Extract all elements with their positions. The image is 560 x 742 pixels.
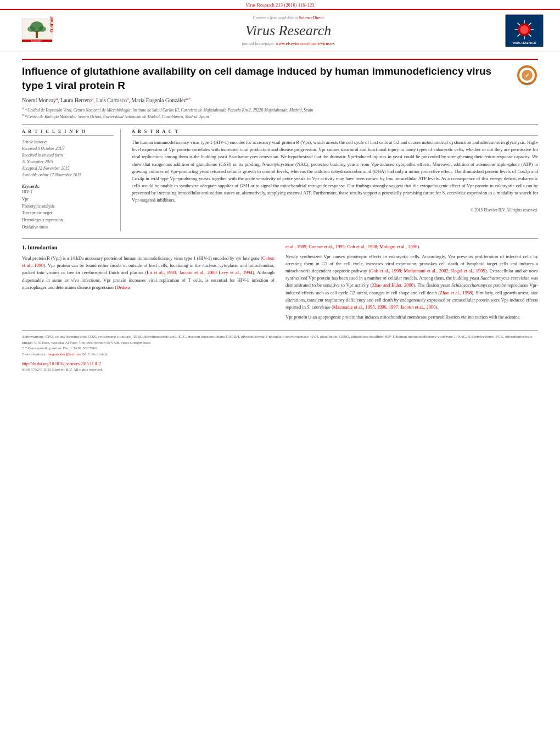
accepted-date: Accepted 12 November 2015 (22, 165, 114, 172)
affiliations: a ᵃ Unidad de Expresión Viral, Centro Na… (22, 106, 538, 120)
intro-col-left: 1. Introduction Viral protein R (Vpr) is… (22, 243, 275, 324)
keyword-item: Phenotypic analysis (22, 203, 114, 210)
body-section: 1. Introduction Viral protein R (Vpr) is… (22, 238, 538, 324)
keyword-item: Therapeutic target (22, 210, 114, 217)
journal-title-banner: Virus Research (77, 23, 500, 39)
abstract-text: The human immunodeficiency virus type 1 … (132, 139, 538, 204)
available-online-date: Available online 17 November 2015 (22, 172, 114, 178)
article-history-block: Article history: Received 8 October 2015… (22, 139, 114, 178)
bottom-links-section: http://dx.doi.org/10.1016/j.virusres.201… (22, 361, 538, 372)
introduction-two-col: 1. Introduction Viral protein R (Vpr) is… (22, 243, 538, 324)
elsevier-logo: ELSEVIER ELSEVIER (19, 16, 69, 46)
affiliation-a: a ᵃ Unidad de Expresión Viral, Centro Na… (22, 106, 538, 113)
received-date: Received 8 October 2015 (22, 146, 114, 152)
intro-para-2: et al., 1989; Connor et al., 1995; Goh e… (285, 243, 538, 250)
svg-text:ELSEVIER: ELSEVIER (31, 39, 42, 42)
journal-homepage-link[interactable]: journal homepage: www.elsevier.com/locat… (77, 41, 500, 46)
intro-col-right: et al., 1989; Connor et al., 1995; Goh e… (285, 243, 538, 324)
main-content: Influence of glutathione availability on… (0, 52, 560, 377)
svg-text:✓: ✓ (525, 72, 529, 79)
abstract-heading: A B S T R A C T (132, 129, 538, 136)
intro-para-3: Newly synthesized Vpr causes pleiotropic… (285, 253, 538, 311)
sciencedirect-label: Contents lists available at ScienceDirec… (77, 15, 500, 20)
footnotes-section: Abbreviations: CFU, colony forming unit;… (22, 330, 538, 357)
svg-text:VIRUS RESEARCH: VIRUS RESEARCH (512, 42, 536, 44)
journal-banner: ELSEVIER ELSEVIER Contents lists availab… (0, 10, 560, 52)
publisher-logo-area: ELSEVIER ELSEVIER (11, 16, 77, 46)
svg-point-4 (38, 26, 46, 32)
intro-para-1: Viral protein R (Vpr) is a 14 kDa access… (22, 255, 275, 291)
intro-para-4: Vpr protein is an apoptogenic protein th… (285, 314, 538, 321)
virus-research-logo: VIRUS RESEARCH (505, 14, 544, 47)
journal-logo-area: VIRUS RESEARCH (500, 14, 549, 47)
copyright-line: © 2015 Elsevier B.V. All rights reserved… (132, 208, 538, 213)
keyword-item: Oxidative stress (22, 224, 114, 231)
corresponding-author-footnote: * * Corresponding author. Fax: +34 91 50… (22, 345, 538, 352)
info-abstract-section: A R T I C L E I N F O Article history: R… (22, 124, 538, 231)
svg-rect-2 (36, 31, 38, 38)
crossmark-logo[interactable]: ✓ CrossMark (516, 64, 538, 86)
svg-point-3 (27, 26, 35, 32)
abbreviations-footnote: Abbreviations: CFU, colony forming unit;… (22, 334, 538, 345)
svg-text:ELSEVIER: ELSEVIER (50, 16, 54, 32)
received-revised-label: Received in revised form (22, 152, 114, 159)
keywords-block: Keywords: HIV-1 Vpr Phenotypic analysis … (22, 184, 114, 231)
keywords-list: HIV-1 Vpr Phenotypic analysis Therapeuti… (22, 189, 114, 231)
received-revised-date: 11 November 2015 (22, 159, 114, 165)
keyword-item: HIV-1 (22, 189, 114, 196)
article-title: Influence of glutathione availability on… (22, 64, 511, 92)
doi-link[interactable]: http://dx.doi.org/10.1016/j.virusres.201… (22, 361, 538, 366)
svg-text:CrossMark: CrossMark (522, 82, 532, 85)
keywords-label: Keywords: (22, 184, 114, 189)
article-info-column: A R T I C L E I N F O Article history: R… (22, 129, 121, 231)
journal-title-area: Contents lists available at ScienceDirec… (77, 15, 500, 46)
top-header: Virus Research 213 (2016) 116–123 (0, 0, 560, 10)
keyword-item: Vpr (22, 196, 114, 203)
journal-reference: Virus Research 213 (2016) 116–123 (245, 3, 315, 8)
svg-point-10 (520, 25, 528, 34)
keyword-item: Heterologous expression (22, 217, 114, 224)
issn-line: 0168-1702/© 2015 Elsevier B.V. All right… (22, 367, 538, 372)
article-info-heading: A R T I C L E I N F O (22, 129, 114, 136)
email-footnote: E-mail address: meganzalez@isciii.es (M.… (22, 352, 538, 358)
intro-section-title: 1. Introduction (22, 243, 275, 252)
affiliation-b: b ᵇ Centro de Biología Molecular Severo … (22, 113, 538, 120)
authors-line: Noemí Monroya, Laura Herreroa, Luis Carr… (22, 97, 538, 103)
history-label: Article history: (22, 139, 114, 146)
article-title-section: Influence of glutathione availability on… (22, 59, 538, 92)
abstract-column: A B S T R A C T The human immunodeficien… (132, 129, 538, 231)
